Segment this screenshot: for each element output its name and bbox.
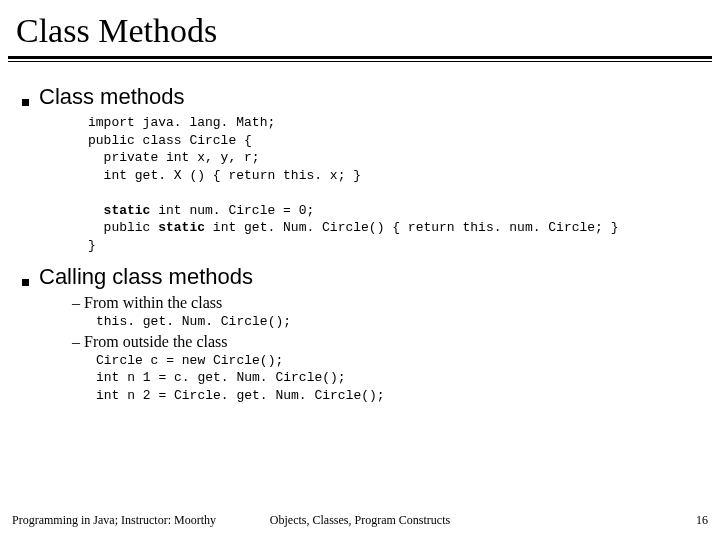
sub-bullet: – From outside the class (72, 333, 704, 351)
footer-center: Objects, Classes, Program Constructs (244, 513, 476, 528)
footer-page-number: 16 (476, 513, 708, 528)
code-block-class-def: import java. lang. Math; public class Ci… (88, 114, 704, 254)
code-line (88, 203, 104, 218)
code-line: int n 1 = c. get. Num. Circle(); (96, 370, 346, 385)
code-line: public class Circle { (88, 133, 252, 148)
code-block-within: this. get. Num. Circle(); (96, 313, 704, 331)
code-line: int n 2 = Circle. get. Num. Circle(); (96, 388, 385, 403)
slide-content: Class methods import java. lang. Math; p… (0, 62, 720, 405)
divider-thick (8, 56, 712, 59)
bullet-item: Calling class methods (16, 264, 704, 290)
slide-footer: Programming in Java; Instructor: Moorthy… (0, 513, 720, 528)
square-bullet-icon (22, 99, 29, 106)
code-line: this. get. Num. Circle(); (96, 314, 291, 329)
code-line: } (88, 238, 96, 253)
code-line: int get. Num. Circle() { return this. nu… (205, 220, 618, 235)
slide-title: Class Methods (0, 0, 720, 56)
code-line: Circle c = new Circle(); (96, 353, 283, 368)
code-line: import java. lang. Math; (88, 115, 275, 130)
code-keyword: static (104, 203, 151, 218)
bullet-label: Class methods (39, 84, 185, 110)
bullet-label: Calling class methods (39, 264, 253, 290)
code-line: private int x, y, r; (88, 150, 260, 165)
code-keyword: static (158, 220, 205, 235)
sub-bullet: – From within the class (72, 294, 704, 312)
code-line: public (88, 220, 158, 235)
footer-left: Programming in Java; Instructor: Moorthy (12, 513, 244, 528)
code-line: int num. Circle = 0; (150, 203, 314, 218)
code-block-outside: Circle c = new Circle(); int n 1 = c. ge… (96, 352, 704, 405)
code-line: int get. X () { return this. x; } (88, 168, 361, 183)
square-bullet-icon (22, 279, 29, 286)
bullet-item: Class methods (16, 84, 704, 110)
